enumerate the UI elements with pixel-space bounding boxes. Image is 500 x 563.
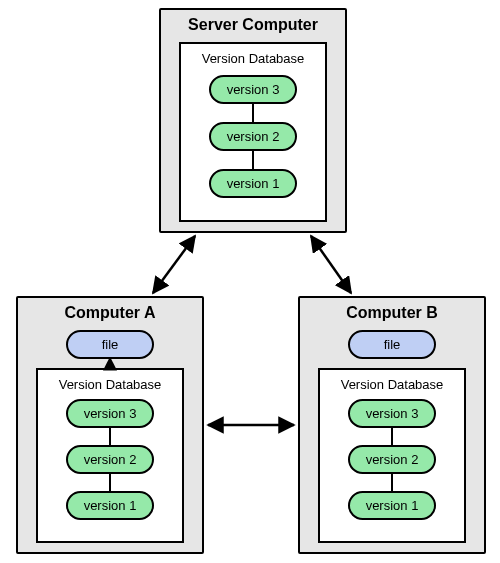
computer-b-box: Computer B file Version Database version…: [298, 296, 486, 554]
computer-b-title: Computer B: [300, 298, 484, 326]
computer-a-box: Computer A file Version Database version…: [16, 296, 204, 554]
server-version-2: version 2: [209, 122, 297, 151]
computer-a-version-2: version 2: [66, 445, 154, 474]
computer-a-link-v3-v2: [109, 428, 111, 445]
computer-a-version-3: version 3: [66, 399, 154, 428]
computer-b-db-title: Version Database: [320, 370, 464, 397]
computer-b-link-v3-v2: [391, 428, 393, 445]
server-title: Server Computer: [161, 10, 345, 38]
computer-b-version-3: version 3: [348, 399, 436, 428]
computer-a-version-1: version 1: [66, 491, 154, 520]
computer-a-title: Computer A: [18, 298, 202, 326]
server-link-v3-v2: [252, 104, 254, 122]
server-link-v2-v1: [252, 151, 254, 169]
computer-a-file: file: [66, 330, 154, 359]
computer-b-version-2: version 2: [348, 445, 436, 474]
computer-b-db-box: Version Database version 3 version 2 ver…: [318, 368, 466, 543]
computer-a-link-v2-v1: [109, 474, 111, 491]
computer-a-db-box: Version Database version 3 version 2 ver…: [36, 368, 184, 543]
server-version-3: version 3: [209, 75, 297, 104]
server-db-box: Version Database version 3 version 2 ver…: [179, 42, 327, 222]
computer-a-db-title: Version Database: [38, 370, 182, 397]
server-version-1: version 1: [209, 169, 297, 198]
server-db-title: Version Database: [181, 44, 325, 71]
svg-line-2: [153, 236, 195, 293]
server-computer-box: Server Computer Version Database version…: [159, 8, 347, 233]
computer-b-link-v2-v1: [391, 474, 393, 491]
computer-b-file: file: [348, 330, 436, 359]
computer-b-version-1: version 1: [348, 491, 436, 520]
svg-line-3: [311, 236, 351, 293]
